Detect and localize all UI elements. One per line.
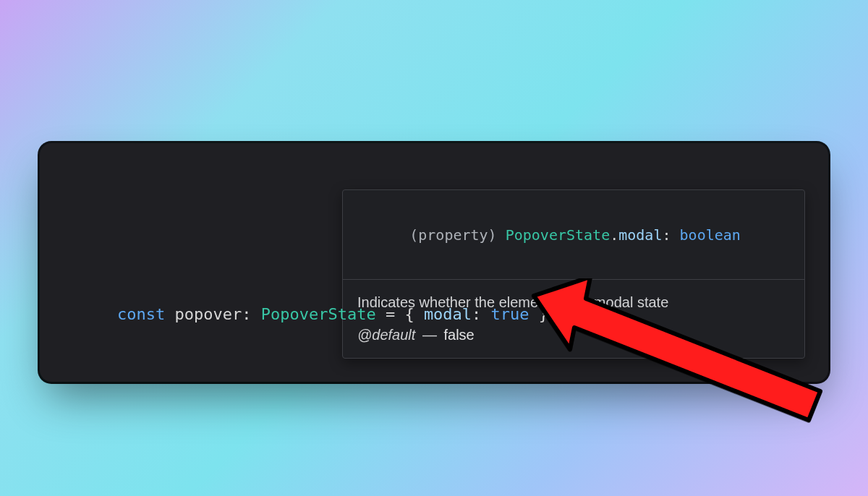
- signature-member: modal: [618, 226, 662, 244]
- token-keyword-const: const: [117, 305, 165, 323]
- token-prop-colon: :: [472, 305, 491, 323]
- code-editor-panel: (property) PopoverState.modal: boolean I…: [40, 143, 828, 382]
- signature-dot: .: [610, 226, 618, 244]
- signature-value-type: boolean: [680, 226, 741, 244]
- token-variable-name: popover: [174, 305, 242, 323]
- token-type-annotation: PopoverState: [261, 305, 376, 323]
- code-line[interactable]: const popover: PopoverState = { modal: t…: [79, 282, 548, 349]
- token-property-name: modal: [424, 305, 472, 323]
- signature-owner-type: PopoverState: [506, 226, 610, 244]
- token-property-value: true: [491, 305, 529, 323]
- signature-kind: (property): [409, 226, 505, 244]
- token-equals-open-brace: = {: [376, 305, 424, 323]
- signature-colon: :: [662, 226, 679, 244]
- hover-signature: (property) PopoverState.modal: boolean: [343, 190, 804, 280]
- token-close-brace: }: [529, 305, 549, 323]
